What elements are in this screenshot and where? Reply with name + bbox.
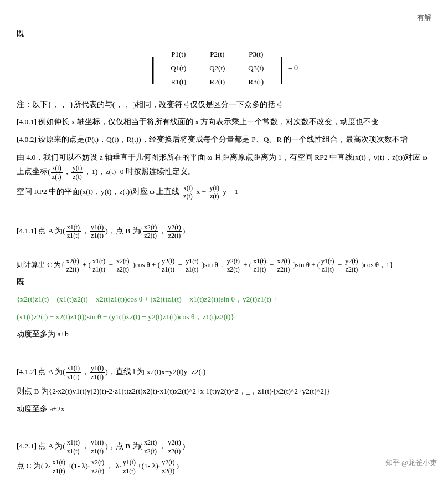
note-text: 注：以下{_, _, _}所代表的与(_, _, _)相同，改变符号仅仅是区分一… bbox=[17, 98, 431, 112]
minus4: − bbox=[338, 261, 344, 269]
para-40b: 空间 RP2 中的平面(x(t)，y(t)，z(t))对应 ω 上直线 x(t)… bbox=[17, 184, 431, 201]
left-bracket: | bbox=[150, 54, 156, 83]
minus3: − bbox=[270, 261, 276, 269]
frac-x-z: x(t)z(t) bbox=[51, 164, 63, 181]
s421-end: ) bbox=[183, 442, 186, 450]
matrix-cell-23: Q3(t) bbox=[236, 62, 275, 74]
c-text1: 点 C 为( λ· bbox=[17, 462, 51, 470]
c-plus: +(1- λ)· bbox=[67, 462, 90, 470]
frac-yt-zt: y(t)z(t) bbox=[209, 184, 220, 201]
frac-412-x1z1: x1(t)z1(t) bbox=[66, 364, 81, 381]
then-c-text: 则计算出 C 为{ bbox=[17, 261, 64, 269]
matrix-cell-32: R2(t) bbox=[198, 75, 236, 88]
para-40b-x: x + bbox=[196, 187, 206, 196]
sintheta1: )sin θ， bbox=[202, 261, 225, 269]
para-40-main: 由 4.0，我们可以不妨设 z 轴垂直于几何图形所在的平面 ω 且距离原点距离为… bbox=[17, 150, 431, 181]
matrix-cell-11: P1(t) bbox=[159, 48, 198, 60]
jie-label: 既 bbox=[17, 27, 431, 40]
section-412: [4.1.2] 点 A 为(x1(t)z1(t)，y1(t)z1(t))，直线 … bbox=[17, 364, 431, 381]
s411-comma1: ， bbox=[81, 227, 89, 235]
plus1: + ( bbox=[83, 261, 91, 269]
minus1: − bbox=[109, 261, 115, 269]
sintheta2: )sin θ + ( bbox=[293, 261, 320, 269]
c-plus2: +(1- λ)· bbox=[137, 462, 160, 470]
frac-421-y2z2: y2(t)z2(t) bbox=[167, 438, 182, 455]
frac-x1z1-2: x1(t)z1(t) bbox=[91, 257, 106, 274]
frac-y1z1-c3: y1(t)z1(t) bbox=[320, 257, 335, 274]
frac-c-x2z2: x2(t)z2(t) bbox=[90, 458, 105, 475]
para-40b-text1: 空间 RP2 中的平面(x(t)，y(t)，z(t))对应 ω 上直线 bbox=[17, 187, 179, 196]
matrix-content: P1(t) P2(t) P3(t) Q1(t) Q2(t) Q3(t) R1(t… bbox=[156, 45, 279, 91]
matrix-cell-31: R1(t) bbox=[159, 75, 198, 88]
frac-y1z1: y1(t)z1(t) bbox=[184, 257, 199, 274]
frac-y-z: y(t)z(t) bbox=[71, 164, 83, 181]
frac-xt-zt: x(t)z(t) bbox=[182, 184, 194, 201]
frac-421-x1z1: x1(t)z1(t) bbox=[66, 438, 81, 455]
frac-x2z2-2: x2(t)z2(t) bbox=[115, 257, 130, 274]
frac-y2-z2: y2(t)z2(t) bbox=[167, 223, 182, 240]
comma1: ， bbox=[63, 167, 71, 176]
frac-y2z2-c: y2(t)z2(t) bbox=[226, 257, 241, 274]
frac-y2z2-c3: y2(t)z2(t) bbox=[344, 257, 359, 274]
para-40-text2: ，1)，z(t)=0 时按照连续性定义。 bbox=[84, 167, 195, 176]
frac-421-x2z2: x2(t)z2(t) bbox=[143, 438, 158, 455]
item-402: [4.0.2] 设原来的点是(P(t)，Q(t)，R(t))，经变换后将变成每个… bbox=[17, 132, 431, 147]
move-label-2: 动度至多 a+2x bbox=[17, 402, 431, 416]
s421-label: [4.2.1] 点 A 为( bbox=[17, 442, 65, 450]
section-421: [4.2.1] 点 A 为(x1(t)z1(t)，y1(t)z1(t))，点 B… bbox=[17, 438, 431, 455]
para-412-then: 则点 B 为{2·x2(t)y1(t)y(2)(t)-2·z1(t)z2(t)x… bbox=[17, 384, 431, 399]
s421-b: )，点 B 为( bbox=[105, 442, 142, 450]
c-comma: ， λ· bbox=[106, 462, 121, 470]
plus2: + ( bbox=[243, 261, 251, 269]
matrix-cell-12: P2(t) bbox=[198, 48, 236, 60]
frac-x1z1-c2: x1(t)z1(t) bbox=[252, 257, 267, 274]
frac-c-y1z1: y1(t)z1(t) bbox=[122, 458, 137, 475]
frac-x2-z2: x2(t)z2(t) bbox=[143, 223, 158, 240]
s411-comma2: ， bbox=[158, 227, 166, 235]
c-end: ) bbox=[176, 462, 179, 470]
green-block-2: (x1(t)z2(t) − x2(t)z1(t))sin θ + (y1(t)z… bbox=[17, 310, 431, 324]
para-411-then: 则计算出 C 为{x2(t)z2(t) + (x1(t)z1(t) − x2(t… bbox=[17, 257, 431, 274]
s411-ab: )，点 B 为( bbox=[105, 227, 142, 235]
matrix-cell-21: Q1(t) bbox=[159, 62, 198, 74]
minus2: − bbox=[178, 261, 184, 269]
matrix-cell-22: Q2(t) bbox=[198, 62, 236, 74]
frac-412-y1z1: y1(t)z1(t) bbox=[90, 364, 105, 381]
s412-label: [4.1.2] 点 A 为( bbox=[17, 367, 65, 376]
section-411-label: [4.1.1] 点 A 为( bbox=[17, 227, 65, 235]
frac-y2z1: y2(t)z1(t) bbox=[161, 257, 176, 274]
frac-421-y1z1: y1(t)z1(t) bbox=[90, 438, 105, 455]
costheta1: )cos θ + ( bbox=[133, 261, 160, 269]
s412-l: )，直线 l 为 x2(t)x+y2(t)y=z2(t) bbox=[105, 367, 205, 376]
s421-comma1: ， bbox=[81, 442, 89, 450]
item-401: [4.0.1] 例如伸长 x 轴坐标，仅仅相当于将所有线面的 x 方向表示乘上一… bbox=[17, 115, 431, 129]
top-right-label: 有解 bbox=[17, 11, 431, 24]
section-411: [4.1.1] 点 A 为(x1(t)z1(t)，y1(t)z1(t))，点 B… bbox=[17, 223, 431, 240]
matrix-cell-13: P3(t) bbox=[236, 48, 275, 60]
frac-x1-z1: x1(t)z1(t) bbox=[66, 223, 81, 240]
frac-c-x1z1: x1(t)z1(t) bbox=[52, 458, 66, 475]
green-block-1: {x2(t)z1(t) + (x1(t)z2(t) − x2(t)z1(t))c… bbox=[17, 292, 431, 307]
matrix-block: | P1(t) P2(t) P3(t) Q1(t) Q2(t) Q3(t) R1… bbox=[17, 45, 431, 91]
matrix-cell-33: R3(t) bbox=[236, 75, 275, 88]
para-421-c: 点 C 为( λ·x1(t)z1(t)+(1- λ)·x2(t)z2(t)， λ… bbox=[17, 458, 431, 475]
equals-zero: = 0 bbox=[288, 61, 298, 75]
move-label-1: 动度至多为 a+b bbox=[17, 327, 431, 341]
watermark: 知乎 @龙雀小吏 bbox=[385, 456, 437, 469]
frac-c-y2z2: y2(t)z2(t) bbox=[161, 458, 176, 475]
s421-comma2: ， bbox=[158, 442, 166, 450]
para-40b-y: y = 1 bbox=[223, 187, 238, 196]
s411-end: ) bbox=[183, 227, 186, 235]
frac-x2z2: x2(t)z2(t) bbox=[65, 257, 80, 274]
jie2-label: 既 bbox=[17, 275, 431, 289]
right-bracket: | bbox=[279, 54, 284, 83]
frac-x2z2-c2: x2(t)z2(t) bbox=[276, 257, 291, 274]
frac-y1-z1: y1(t)z1(t) bbox=[90, 223, 105, 240]
costheta2: )cos θ，1} bbox=[362, 261, 393, 269]
s412-comma: ， bbox=[81, 367, 89, 376]
